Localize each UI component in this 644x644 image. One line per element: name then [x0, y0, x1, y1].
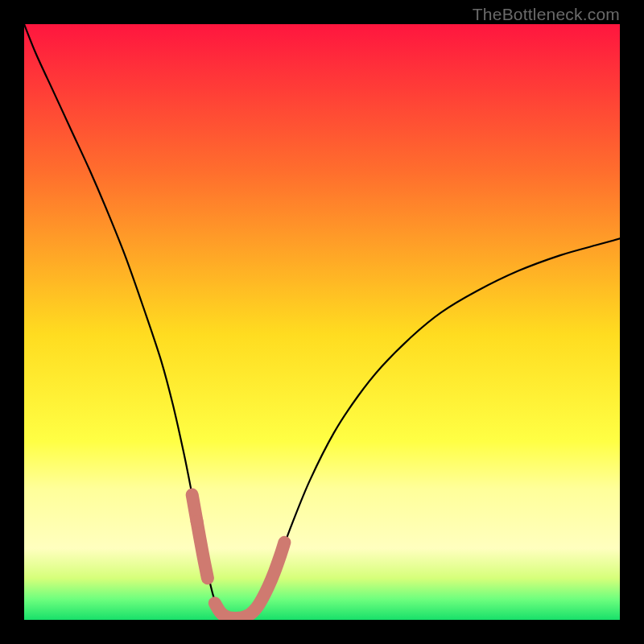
highlight-band: [192, 495, 208, 579]
highlight-dot: [191, 515, 204, 528]
bottleneck-curve: [24, 24, 620, 620]
highlight-band: [215, 543, 285, 618]
chart-frame: TheBottleneck.com: [0, 0, 644, 644]
watermark-text: TheBottleneck.com: [473, 5, 620, 24]
plot-area: [24, 24, 620, 620]
